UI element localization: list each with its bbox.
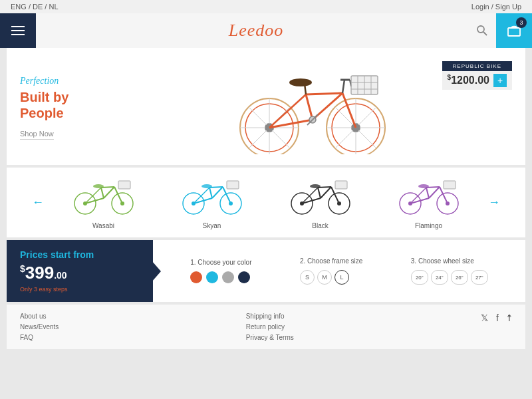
svg-point-55 (93, 184, 104, 188)
top-bar: ENG / DE / NL Login / Sign Up (0, 0, 532, 13)
color-option[interactable] (238, 271, 250, 283)
header: Leedoo 3 (0, 13, 532, 48)
bike-thumbnail (164, 176, 259, 218)
next-arrow[interactable]: → (483, 196, 505, 209)
svg-line-88 (429, 187, 440, 198)
footer-link[interactable]: Return policy (246, 323, 294, 331)
svg-line-22 (358, 130, 376, 148)
bike-item[interactable]: Wasabi (56, 176, 151, 229)
svg-rect-56 (118, 181, 130, 189)
wheel-option[interactable]: 26" (451, 270, 468, 285)
footer-link[interactable]: About us (20, 313, 59, 320)
size-option[interactable]: M (317, 270, 332, 285)
bike-name: Black (312, 222, 328, 229)
bike-name: Wasabi (92, 222, 114, 229)
footer-link[interactable]: Privacy & Terms (246, 334, 294, 341)
svg-line-27 (306, 93, 342, 94)
svg-line-11 (272, 130, 290, 148)
cart-button[interactable]: 3 (496, 13, 532, 48)
svg-point-0 (477, 26, 484, 33)
svg-point-91 (418, 184, 429, 188)
options-section: Prices start from $399.00 Only 3 easy st… (7, 240, 525, 302)
hero-title: Built by People (20, 89, 113, 121)
instagram-icon[interactable]: ☨ (507, 313, 512, 323)
bikes-carousel: ← Wasabi (7, 168, 525, 237)
svg-rect-80 (335, 181, 347, 189)
svg-line-26 (306, 94, 313, 120)
cart-badge: 3 (516, 17, 527, 28)
svg-line-10 (249, 107, 267, 125)
svg-point-32 (290, 79, 311, 86)
size-option[interactable]: S (300, 270, 315, 285)
search-button[interactable] (476, 25, 496, 37)
svg-line-33 (342, 80, 344, 93)
wheel-option[interactable]: 24" (431, 270, 448, 285)
svg-line-50 (101, 188, 104, 198)
svg-line-52 (104, 187, 114, 198)
step3-label: 3. Choose wheel size (411, 257, 474, 265)
bike-thumbnail (273, 176, 368, 218)
step1-color: 1. Choose your color (190, 259, 251, 283)
step3-wheel: 3. Choose wheel size 20"24"26"27" (411, 257, 488, 285)
footer-link[interactable]: News/Events (20, 323, 59, 331)
svg-rect-92 (444, 181, 456, 189)
price-value: $1200.00 (448, 74, 489, 86)
wheel-options: 20"24"26"27" (411, 270, 488, 285)
footer-col-1: About usNews/EventsFAQ (20, 313, 59, 341)
hero-perfection-label: Perfection (20, 76, 113, 86)
product-label: REPUBLIC BIKE (442, 61, 512, 71)
wheel-option[interactable]: 20" (411, 270, 428, 285)
footer-link[interactable]: Shipping info (246, 313, 294, 320)
size-options: SML (300, 270, 349, 285)
search-icon (476, 25, 488, 37)
step1-label: 1. Choose your color (190, 259, 251, 266)
svg-line-86 (426, 188, 429, 198)
svg-rect-2 (508, 28, 520, 36)
main-bike-svg (219, 61, 406, 154)
wheel-option[interactable]: 27" (471, 270, 488, 285)
auth-link[interactable]: Login / Sign Up (471, 3, 521, 11)
size-option[interactable]: L (334, 270, 349, 285)
site-logo[interactable]: Leedoo (36, 21, 476, 41)
svg-line-23 (358, 107, 376, 125)
price-promo-block: Prices start from $399.00 Only 3 easy st… (7, 240, 153, 302)
bike-item[interactable]: Flamingo (381, 176, 476, 229)
color-option[interactable] (222, 271, 234, 283)
svg-line-1 (483, 32, 487, 35)
step2-label: 2. Choose frame size (300, 257, 363, 265)
promo-title: Prices start from (20, 249, 140, 260)
bike-name: Flamingo (415, 222, 442, 229)
color-option[interactable] (206, 271, 218, 283)
bikes-grid: Wasabi Skyan (49, 176, 483, 229)
svg-line-13 (249, 130, 267, 148)
promo-steps-text: Only 3 easy steps (20, 286, 140, 293)
svg-rect-68 (227, 181, 239, 189)
footer-col-2: Shipping infoReturn policyPrivacy & Term… (246, 313, 294, 341)
bike-thumbnail (56, 176, 151, 218)
svg-line-74 (318, 188, 321, 198)
shop-now-link[interactable]: Shop Now (20, 130, 54, 140)
menu-button[interactable] (0, 13, 36, 48)
twitter-icon[interactable]: 𝕏 (481, 313, 488, 323)
promo-price: $399.00 (20, 263, 140, 283)
svg-line-76 (321, 187, 331, 198)
footer-link[interactable]: FAQ (20, 334, 59, 341)
footer: About usNews/EventsFAQ Shipping infoRetu… (7, 305, 525, 349)
language-selector[interactable]: ENG / DE / NL (11, 3, 59, 11)
facebook-icon[interactable]: f (496, 313, 499, 323)
price-row: $1200.00 + (442, 71, 512, 90)
bike-name: Skyan (203, 222, 221, 229)
bike-item[interactable]: Skyan (164, 176, 259, 229)
hero-section: Perfection Built by People Shop Now (7, 48, 525, 165)
price-card: REPUBLIC BIKE $1200.00 + (442, 61, 512, 90)
svg-line-62 (209, 188, 212, 198)
step2-size: 2. Choose frame size SML (300, 257, 363, 285)
add-to-cart-button[interactable]: + (493, 74, 507, 87)
svg-line-64 (212, 187, 223, 198)
svg-point-79 (310, 184, 321, 188)
options-steps-block: 1. Choose your color 2. Choose frame siz… (153, 240, 525, 302)
color-option[interactable] (190, 271, 202, 283)
bike-item[interactable]: Black (273, 176, 368, 229)
prev-arrow[interactable]: ← (27, 196, 49, 209)
color-options (190, 271, 250, 283)
